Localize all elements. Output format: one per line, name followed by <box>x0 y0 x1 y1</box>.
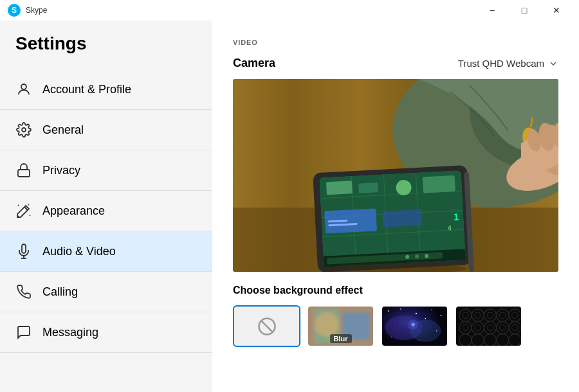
svg-point-0 <box>21 84 26 89</box>
sidebar-item-calling-label: Calling <box>42 285 78 299</box>
space-effect-preview <box>382 307 447 346</box>
titlebar-controls: − □ ✕ <box>477 0 571 21</box>
titlebar-left: S Skype <box>8 4 47 17</box>
maximize-button[interactable]: □ <box>510 0 539 21</box>
sidebar-item-general-label: General <box>42 123 84 137</box>
sidebar-item-general[interactable]: General <box>0 110 212 150</box>
svg-rect-26 <box>382 209 421 227</box>
sidebar: Settings Account & Profile General Priva… <box>0 21 212 392</box>
section-label: VIDEO <box>233 39 558 46</box>
svg-rect-2 <box>18 170 30 177</box>
main-layout: Settings Account & Profile General Priva… <box>0 21 579 392</box>
svg-text:4: 4 <box>448 224 452 231</box>
svg-point-51 <box>388 310 389 312</box>
svg-point-55 <box>440 315 441 316</box>
bg-effect-none[interactable] <box>233 305 300 347</box>
bg-effects-row: Blur <box>233 305 558 347</box>
sidebar-title: Settings <box>0 33 212 69</box>
titlebar: S Skype − □ ✕ <box>0 0 579 21</box>
sidebar-item-privacy-label: Privacy <box>42 164 80 177</box>
sidebar-item-messaging[interactable]: Messaging <box>0 312 212 353</box>
sidebar-item-account[interactable]: Account & Profile <box>0 69 212 110</box>
svg-text:1: 1 <box>454 212 459 222</box>
svg-line-44 <box>261 321 273 332</box>
bg-effects-label: Choose background effect <box>233 285 558 296</box>
wand-icon <box>15 202 32 219</box>
blur-effect-label: Blur <box>330 334 352 343</box>
camera-preview: 1 4 <box>233 79 558 272</box>
camera-device-name: Trust QHD Webcam <box>458 58 544 69</box>
camera-row: Camera Trust QHD Webcam <box>233 57 558 70</box>
sidebar-item-calling[interactable]: Calling <box>0 272 212 312</box>
sidebar-item-privacy[interactable]: Privacy <box>0 150 212 191</box>
svg-rect-21 <box>326 181 353 195</box>
svg-rect-24 <box>423 175 455 193</box>
svg-point-57 <box>425 318 427 319</box>
svg-point-65 <box>411 323 415 326</box>
person-icon <box>15 81 32 98</box>
sidebar-item-appearance-label: Appearance <box>42 204 105 218</box>
gear-icon <box>15 121 32 138</box>
camera-preview-image: 1 4 <box>233 79 558 272</box>
sidebar-item-messaging-label: Messaging <box>42 326 98 339</box>
svg-rect-22 <box>358 183 378 193</box>
minimize-button[interactable]: − <box>477 0 507 21</box>
pattern-effect-preview <box>456 307 521 346</box>
chat-icon <box>15 324 32 341</box>
phone-icon <box>15 283 32 300</box>
bg-effect-pattern[interactable] <box>455 305 522 347</box>
svg-point-54 <box>431 309 432 310</box>
lock-icon <box>15 162 32 179</box>
camera-dropdown[interactable]: Trust QHD Webcam <box>458 58 558 69</box>
content-area: VIDEO Camera Trust QHD Webcam <box>212 21 579 392</box>
no-effect-icon <box>234 307 299 346</box>
skype-logo: S <box>8 4 21 17</box>
svg-point-53 <box>416 313 417 314</box>
svg-point-1 <box>22 128 26 132</box>
camera-label: Camera <box>233 57 275 70</box>
bg-effect-blur[interactable]: Blur <box>307 305 374 347</box>
chevron-down-icon <box>548 58 558 69</box>
mic-icon <box>15 243 32 260</box>
bg-effect-space[interactable] <box>381 305 448 347</box>
sidebar-item-appearance[interactable]: Appearance <box>0 191 212 231</box>
sidebar-item-account-label: Account & Profile <box>42 83 131 96</box>
svg-point-52 <box>400 308 401 310</box>
app-title: Skype <box>26 6 47 15</box>
close-button[interactable]: ✕ <box>542 0 571 21</box>
sidebar-item-audio-video-label: Audio & Video <box>42 245 116 258</box>
sidebar-item-audio-video[interactable]: Audio & Video <box>0 231 212 272</box>
